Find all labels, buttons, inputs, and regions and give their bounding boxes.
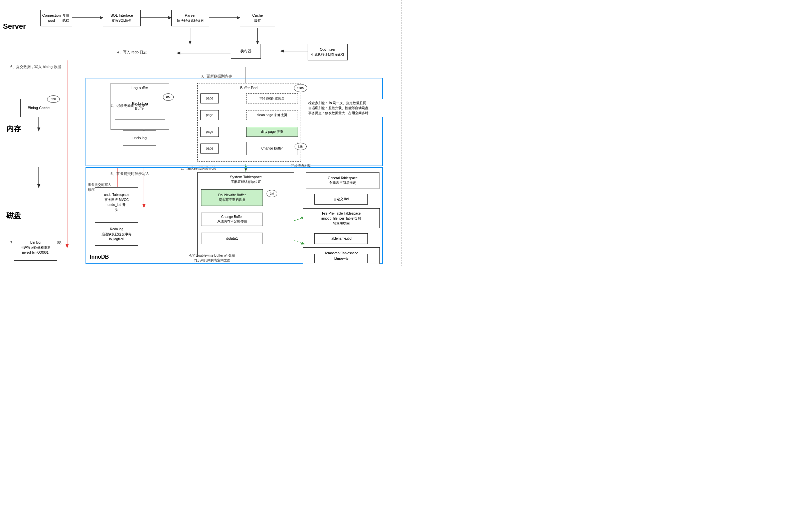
custom-ibd-box: 自定义.ibd [314, 194, 368, 205]
tablename-ibd-box: tablename.ibd [314, 233, 368, 244]
binlog-cache-size-oval: 32K [47, 95, 60, 103]
general-tablespace-box: General Tablespace 创建表空间后指定 [306, 172, 380, 189]
step2-label: 2、记录更新前的数据 [111, 103, 146, 108]
doublewrite-buffer-box: Doublewrite Buffer 页未写完重启恢复 [201, 189, 263, 206]
buffer-pool-box: Buffer Pool 128M page page page page fre… [197, 83, 301, 162]
change-buffer-disk-box: Change Buffer 系统内存不足时使用 [201, 213, 263, 226]
change-buffer-size: 32M [295, 143, 307, 150]
executor-box: 执行器 [231, 44, 261, 59]
redo-log-disk-box: Redo log 崩溃恢复已提交事务 ib_logfile0 [95, 222, 138, 246]
disk-label: 磁盘 [6, 211, 21, 221]
connection-pool-box: Connection pool 复用线程 [40, 10, 72, 26]
diagram-container: Connection pool 复用线程 SQL Interface 接收SQL… [0, 0, 401, 266]
page-box-3: page [200, 127, 219, 137]
parser-box: Parser 语法解析成解析树 [171, 10, 209, 26]
sql-interface-box: SQL Interface 接收SQL语句 [103, 10, 141, 26]
page-box-2: page [200, 110, 219, 120]
ibdata1-box: ibdata1 [201, 233, 263, 244]
innodb-label: InnoDB [90, 254, 109, 260]
optimizer-box: Optimizer 生成执行计划选择索引 [308, 44, 348, 60]
system-tablespace-box: System Tablespace 不配置默认存放位置 Doublewrite … [197, 172, 294, 257]
undo-log-box: undo log [123, 131, 156, 146]
page-box-4: page [200, 144, 219, 153]
step6-label: 6、提交数据，写入 binlog 数据 [10, 64, 61, 70]
bin-log-disk-box: Bin log 用户数据备份和恢复 mysql-bin.000001 [14, 234, 57, 261]
undo-tablespace-box: undo Tablespace 事务回滚 MVCC undo_ibd 开 头 [95, 187, 138, 217]
cache-box: Cache 缓存 [240, 10, 275, 26]
memory-label: 内存 [6, 124, 21, 134]
server-label: Server [3, 22, 26, 31]
ibtmp-box: ibtmp开头 [314, 254, 368, 263]
checkpoint-annotation: 检查点刷盘：1s 刷一次、指定数量脏页 自适应刷盘：监控负载、性能等自动刷盘 事… [306, 99, 391, 117]
file-per-table-box: File-Pre-Table Tablespace innodb_file_pe… [303, 208, 380, 228]
change-buffer-memory-box: Change Buffer [246, 142, 298, 155]
page-box-1: page [200, 93, 219, 103]
step4-label: 4、写入 redo 日志 [117, 50, 147, 55]
doublewrite-size: 2M [267, 190, 277, 197]
clean-page-box: clean page 未修改页 [246, 110, 298, 120]
buffer-pool-size: 128M [294, 84, 307, 92]
dirty-page-box: dirty page 脏页 [246, 127, 298, 137]
free-page-box: free page 空闲页 [246, 93, 298, 103]
redo-log-buffer-size: 8M [163, 93, 174, 101]
doublewrite-sync-label: 会将Doublewrite Buffer 的 数据 同步到具体的表空间里面 [189, 253, 235, 263]
